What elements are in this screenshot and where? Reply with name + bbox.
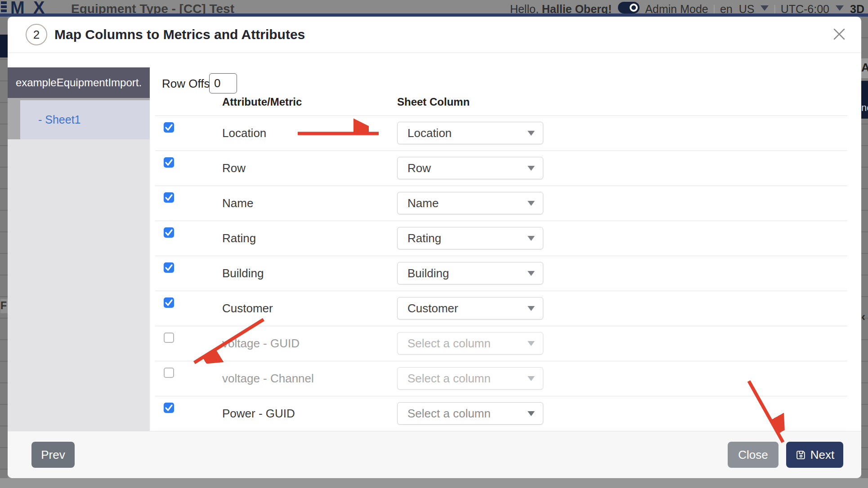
table-row: Row Row [155, 151, 847, 186]
attribute-label: Row [222, 160, 246, 176]
corner-label: 3D [850, 1, 864, 13]
chevron-down-icon [528, 236, 535, 241]
chevron-down-icon [528, 376, 535, 381]
table-row: Customer Customer [155, 291, 847, 326]
save-icon [795, 449, 806, 461]
sheet-column-select[interactable]: Select a column [397, 402, 543, 425]
chevron-down-icon [528, 341, 535, 346]
attribute-label: Customer [222, 301, 273, 316]
sheet-column-select[interactable]: Select a column [397, 367, 543, 390]
close-icon[interactable] [832, 27, 847, 42]
dialog-title: Map Columns to Metrics and Attributes [54, 27, 305, 42]
header-divider: | [773, 1, 776, 13]
row-checkbox[interactable] [164, 297, 174, 308]
table-row: Building Building [155, 256, 847, 291]
header-divider: | [713, 1, 716, 13]
user-name: Hallie Oberg! [542, 3, 612, 13]
dialog-footer: Prev Close Next [8, 431, 861, 478]
attribute-label: voltage - GUID [222, 336, 300, 351]
row-checkbox[interactable] [164, 368, 174, 378]
chevron-down-icon [528, 271, 535, 276]
sidebar-fill [8, 139, 150, 431]
greeting-text: Hello, Hallie Oberg! [510, 1, 612, 13]
background-navy-block [0, 35, 8, 58]
attribute-label: Rating [222, 231, 256, 246]
sheet-column-select[interactable]: Customer [397, 297, 543, 319]
chevron-down-icon [761, 5, 769, 11]
mapping-rows: Location Location Row Row [155, 115, 847, 431]
row-checkbox[interactable] [164, 333, 174, 343]
selected-column-value: Select a column [407, 407, 491, 421]
chevron-down-icon [528, 411, 535, 416]
logo-letter-x: X [33, 0, 45, 13]
table-row: Name Name [155, 186, 847, 221]
sheet-column-select[interactable]: Name [397, 192, 543, 214]
row-checkbox[interactable] [164, 227, 174, 238]
sheet-sidebar: exampleEquipmentImport. - Sheet1 [8, 53, 150, 431]
background-page-title: Equipment Type - [CC] Test [71, 1, 234, 13]
table-row: Power - GUID Select a column [155, 396, 847, 431]
attribute-metric-header: Attribute/Metric [222, 96, 302, 108]
row-offset-input[interactable] [209, 73, 237, 93]
sheet-column-select[interactable]: Building [397, 262, 543, 284]
background-right-label-ne: ne [861, 81, 868, 119]
attribute-label: Building [222, 266, 264, 281]
next-button-label: Next [810, 448, 834, 462]
sheet-column-select[interactable]: Row [397, 157, 543, 179]
background-bottom-strip [0, 478, 868, 488]
import-file-name: exampleEquipmentImport. [8, 67, 150, 98]
sidebar-item-sheet1[interactable]: - Sheet1 [20, 100, 150, 139]
selected-column-value: Select a column [407, 337, 491, 350]
background-left-strip: F [0, 17, 8, 488]
chevron-down-icon [528, 201, 535, 206]
sheet-column-select[interactable]: Select a column [397, 332, 543, 355]
chevron-down-icon [528, 306, 535, 311]
sheet-column-select[interactable]: Location [397, 122, 543, 144]
row-checkbox[interactable] [164, 122, 174, 133]
chevron-left-icon: ‹ [861, 310, 868, 324]
table-row: voltage - Channel Select a column [155, 361, 847, 396]
toggle-knob-icon [630, 4, 638, 12]
row-checkbox[interactable] [164, 192, 174, 203]
table-row: Location Location [155, 116, 847, 151]
selected-column-value: Building [407, 266, 449, 280]
locale-select[interactable]: en_US [720, 1, 754, 13]
chevron-down-icon [528, 166, 535, 171]
table-row: Rating Rating [155, 221, 847, 256]
background-left-label: F [0, 299, 8, 313]
background-right-strip: A ne ‹ [861, 17, 868, 488]
sheet-column-select[interactable]: Rating [397, 227, 543, 249]
mapping-panel: Row Offset: Attribute/Metric Sheet Colum… [150, 53, 861, 431]
row-checkbox[interactable] [164, 403, 174, 413]
selected-column-value: Name [407, 196, 438, 210]
selected-column-value: Select a column [407, 372, 491, 386]
admin-mode-toggle[interactable] [618, 2, 640, 13]
admin-mode-label: Admin Mode [645, 1, 708, 13]
background-page-header: M X Equipment Type - [CC] Test Hello, Ha… [0, 0, 868, 13]
map-columns-dialog: 2 Map Columns to Metrics and Attributes … [8, 17, 861, 478]
attribute-label: Name [222, 195, 253, 211]
step-number-badge: 2 [26, 24, 47, 45]
selected-column-value: Row [407, 161, 431, 175]
next-button[interactable]: Next [786, 442, 843, 468]
logo-bars-icon [1, 1, 7, 13]
selected-column-value: Customer [407, 302, 458, 315]
attribute-label: Power - GUID [222, 406, 295, 421]
dialog-header: 2 Map Columns to Metrics and Attributes [8, 17, 861, 53]
table-row: voltage - GUID Select a column [155, 326, 847, 361]
sheet-column-header: Sheet Column [397, 96, 470, 108]
background-navy-bar [0, 13, 868, 17]
logo-letter-m: M [10, 0, 25, 13]
prev-button[interactable]: Prev [31, 442, 75, 468]
sidebar-gutter [8, 100, 20, 139]
timezone-select[interactable]: UTC-6:00 [781, 1, 829, 13]
row-checkbox[interactable] [164, 262, 174, 273]
attribute-label: voltage - Channel [222, 371, 314, 386]
close-button[interactable]: Close [728, 442, 779, 468]
selected-column-value: Rating [407, 231, 441, 245]
background-right-label-a: A [861, 58, 868, 78]
row-checkbox[interactable] [164, 157, 174, 168]
selected-column-value: Location [407, 126, 452, 140]
chevron-down-icon [836, 5, 844, 11]
chevron-down-icon [528, 131, 535, 136]
